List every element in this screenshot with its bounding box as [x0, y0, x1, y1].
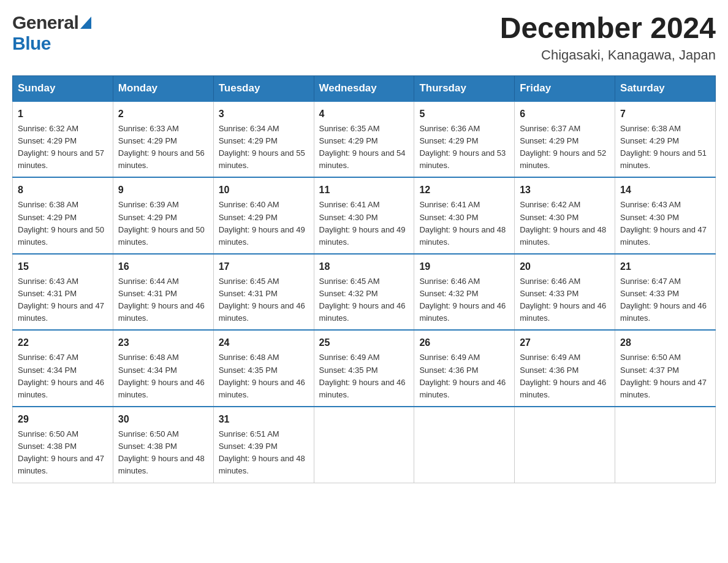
day-info: Sunrise: 6:48 AMSunset: 4:35 PMDaylight:… — [219, 351, 309, 401]
table-row: 24Sunrise: 6:48 AMSunset: 4:35 PMDayligh… — [213, 330, 314, 407]
day-number: 5 — [419, 107, 509, 121]
day-info: Sunrise: 6:38 AMSunset: 4:29 PMDaylight:… — [620, 123, 710, 172]
calendar-header-row: Sunday Monday Tuesday Wednesday Thursday… — [13, 75, 716, 101]
day-number: 15 — [18, 259, 108, 274]
day-number: 31 — [219, 412, 309, 427]
calendar-week-row: 1Sunrise: 6:32 AMSunset: 4:29 PMDaylight… — [13, 101, 716, 178]
day-info: Sunrise: 6:43 AMSunset: 4:30 PMDaylight:… — [620, 199, 710, 248]
day-number: 24 — [219, 335, 309, 350]
table-row: 21Sunrise: 6:47 AMSunset: 4:33 PMDayligh… — [615, 254, 716, 331]
day-number: 7 — [620, 107, 710, 121]
day-info: Sunrise: 6:40 AMSunset: 4:29 PMDaylight:… — [219, 199, 309, 248]
table-row: 22Sunrise: 6:47 AMSunset: 4:34 PMDayligh… — [13, 330, 113, 407]
day-number: 3 — [219, 107, 309, 121]
day-number: 20 — [520, 259, 610, 274]
col-thursday: Thursday — [414, 75, 515, 101]
day-info: Sunrise: 6:45 AMSunset: 4:32 PMDaylight:… — [319, 275, 409, 325]
table-row: 11Sunrise: 6:41 AMSunset: 4:30 PMDayligh… — [314, 177, 414, 254]
logo-general-text: General — [12, 12, 78, 33]
day-number: 23 — [118, 335, 208, 350]
day-number: 17 — [219, 259, 309, 274]
day-info: Sunrise: 6:32 AMSunset: 4:29 PMDaylight:… — [18, 123, 108, 172]
svg-marker-0 — [80, 17, 91, 29]
table-row: 28Sunrise: 6:50 AMSunset: 4:37 PMDayligh… — [615, 330, 716, 407]
day-info: Sunrise: 6:46 AMSunset: 4:33 PMDaylight:… — [520, 275, 610, 325]
logo-triangle-icon — [80, 17, 91, 31]
day-info: Sunrise: 6:42 AMSunset: 4:30 PMDaylight:… — [520, 199, 610, 248]
table-row: 8Sunrise: 6:38 AMSunset: 4:29 PMDaylight… — [13, 177, 113, 254]
table-row: 27Sunrise: 6:49 AMSunset: 4:36 PMDayligh… — [515, 330, 615, 407]
day-info: Sunrise: 6:51 AMSunset: 4:39 PMDaylight:… — [219, 428, 309, 478]
table-row: 12Sunrise: 6:41 AMSunset: 4:30 PMDayligh… — [414, 177, 515, 254]
table-row: 2Sunrise: 6:33 AMSunset: 4:29 PMDaylight… — [113, 101, 213, 178]
table-row: 4Sunrise: 6:35 AMSunset: 4:29 PMDaylight… — [314, 101, 414, 178]
day-number: 27 — [520, 335, 610, 350]
day-info: Sunrise: 6:38 AMSunset: 4:29 PMDaylight:… — [18, 199, 108, 248]
day-info: Sunrise: 6:39 AMSunset: 4:29 PMDaylight:… — [118, 199, 208, 248]
day-number: 9 — [118, 183, 208, 197]
day-info: Sunrise: 6:37 AMSunset: 4:29 PMDaylight:… — [520, 123, 610, 172]
table-row: 30Sunrise: 6:50 AMSunset: 4:38 PMDayligh… — [113, 407, 213, 483]
day-info: Sunrise: 6:50 AMSunset: 4:38 PMDaylight:… — [118, 428, 208, 478]
day-number: 16 — [118, 259, 208, 274]
day-info: Sunrise: 6:49 AMSunset: 4:36 PMDaylight:… — [520, 351, 610, 401]
calendar-week-row: 8Sunrise: 6:38 AMSunset: 4:29 PMDaylight… — [13, 177, 716, 254]
logo-blue-text: Blue — [12, 33, 51, 53]
day-info: Sunrise: 6:41 AMSunset: 4:30 PMDaylight:… — [319, 199, 409, 248]
day-info: Sunrise: 6:49 AMSunset: 4:35 PMDaylight:… — [319, 351, 409, 401]
table-row: 25Sunrise: 6:49 AMSunset: 4:35 PMDayligh… — [314, 330, 414, 407]
day-number: 2 — [118, 107, 208, 121]
table-row: 29Sunrise: 6:50 AMSunset: 4:38 PMDayligh… — [13, 407, 113, 483]
calendar-table: Sunday Monday Tuesday Wednesday Thursday… — [12, 75, 716, 483]
location: Chigasaki, Kanagawa, Japan — [500, 47, 716, 63]
day-number: 12 — [419, 183, 509, 197]
day-number: 14 — [620, 183, 710, 197]
day-info: Sunrise: 6:34 AMSunset: 4:29 PMDaylight:… — [219, 123, 309, 172]
table-row: 3Sunrise: 6:34 AMSunset: 4:29 PMDaylight… — [213, 101, 314, 178]
day-info: Sunrise: 6:47 AMSunset: 4:34 PMDaylight:… — [18, 351, 108, 401]
day-info: Sunrise: 6:43 AMSunset: 4:31 PMDaylight:… — [18, 275, 108, 325]
day-info: Sunrise: 6:44 AMSunset: 4:31 PMDaylight:… — [118, 275, 208, 325]
day-number: 28 — [620, 335, 710, 350]
day-info: Sunrise: 6:36 AMSunset: 4:29 PMDaylight:… — [419, 123, 509, 172]
day-info: Sunrise: 6:45 AMSunset: 4:31 PMDaylight:… — [219, 275, 309, 325]
day-info: Sunrise: 6:35 AMSunset: 4:29 PMDaylight:… — [319, 123, 409, 172]
table-row: 17Sunrise: 6:45 AMSunset: 4:31 PMDayligh… — [213, 254, 314, 331]
day-info: Sunrise: 6:50 AMSunset: 4:38 PMDaylight:… — [18, 428, 108, 478]
table-row — [314, 407, 414, 483]
day-number: 26 — [419, 335, 509, 350]
col-sunday: Sunday — [13, 75, 113, 101]
table-row: 7Sunrise: 6:38 AMSunset: 4:29 PMDaylight… — [615, 101, 716, 178]
day-number: 13 — [520, 183, 610, 197]
day-number: 30 — [118, 412, 208, 427]
col-saturday: Saturday — [615, 75, 716, 101]
table-row — [414, 407, 515, 483]
month-title: December 2024 — [500, 12, 716, 45]
day-number: 21 — [620, 259, 710, 274]
day-number: 18 — [319, 259, 409, 274]
day-info: Sunrise: 6:50 AMSunset: 4:37 PMDaylight:… — [620, 351, 710, 401]
day-number: 29 — [18, 412, 108, 427]
table-row: 5Sunrise: 6:36 AMSunset: 4:29 PMDaylight… — [414, 101, 515, 178]
day-info: Sunrise: 6:47 AMSunset: 4:33 PMDaylight:… — [620, 275, 710, 325]
day-number: 6 — [520, 107, 610, 121]
col-wednesday: Wednesday — [314, 75, 414, 101]
table-row — [615, 407, 716, 483]
day-info: Sunrise: 6:41 AMSunset: 4:30 PMDaylight:… — [419, 199, 509, 248]
day-number: 19 — [419, 259, 509, 274]
table-row: 20Sunrise: 6:46 AMSunset: 4:33 PMDayligh… — [515, 254, 615, 331]
table-row: 13Sunrise: 6:42 AMSunset: 4:30 PMDayligh… — [515, 177, 615, 254]
table-row: 9Sunrise: 6:39 AMSunset: 4:29 PMDaylight… — [113, 177, 213, 254]
day-number: 11 — [319, 183, 409, 197]
page-header: General Blue December 2024 Chigasaki, Ka… — [12, 12, 716, 63]
day-number: 4 — [319, 107, 409, 121]
col-monday: Monday — [113, 75, 213, 101]
day-number: 25 — [319, 335, 409, 350]
day-info: Sunrise: 6:46 AMSunset: 4:32 PMDaylight:… — [419, 275, 509, 325]
calendar-week-row: 15Sunrise: 6:43 AMSunset: 4:31 PMDayligh… — [13, 254, 716, 331]
calendar-week-row: 29Sunrise: 6:50 AMSunset: 4:38 PMDayligh… — [13, 407, 716, 483]
table-row: 6Sunrise: 6:37 AMSunset: 4:29 PMDaylight… — [515, 101, 615, 178]
table-row: 19Sunrise: 6:46 AMSunset: 4:32 PMDayligh… — [414, 254, 515, 331]
col-tuesday: Tuesday — [213, 75, 314, 101]
day-info: Sunrise: 6:49 AMSunset: 4:36 PMDaylight:… — [419, 351, 509, 401]
